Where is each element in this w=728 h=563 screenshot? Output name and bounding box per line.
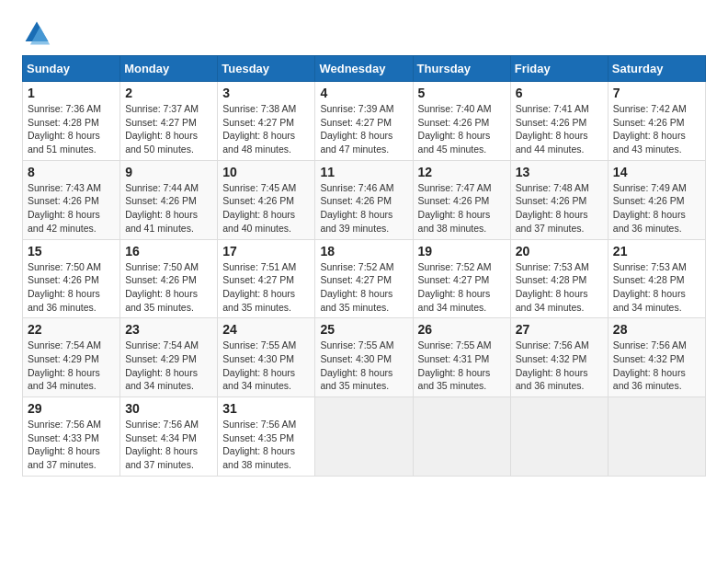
day-info: Sunrise: 7:51 AM Sunset: 4:27 PM Dayligh… <box>222 260 310 315</box>
calendar-cell: 18Sunrise: 7:52 AM Sunset: 4:27 PM Dayli… <box>315 239 413 318</box>
day-info: Sunrise: 7:47 AM Sunset: 4:26 PM Dayligh… <box>418 181 506 236</box>
day-info: Sunrise: 7:52 AM Sunset: 4:27 PM Dayligh… <box>320 260 407 315</box>
day-info: Sunrise: 7:40 AM Sunset: 4:26 PM Dayligh… <box>418 102 506 156</box>
weekday-thursday: Thursday <box>413 56 510 82</box>
day-info: Sunrise: 7:50 AM Sunset: 4:26 PM Dayligh… <box>125 260 212 315</box>
calendar-cell: 14Sunrise: 7:49 AM Sunset: 4:26 PM Dayli… <box>608 160 705 239</box>
day-info: Sunrise: 7:43 AM Sunset: 4:26 PM Dayligh… <box>28 181 115 236</box>
page-header <box>22 18 706 48</box>
day-number: 31 <box>222 401 310 416</box>
calendar-table: SundayMondayTuesdayWednesdayThursdayFrid… <box>22 55 706 477</box>
day-info: Sunrise: 7:45 AM Sunset: 4:26 PM Dayligh… <box>222 181 310 236</box>
day-number: 9 <box>125 165 212 179</box>
day-info: Sunrise: 7:56 AM Sunset: 4:32 PM Dayligh… <box>613 339 700 393</box>
day-number: 1 <box>28 86 115 100</box>
calendar-body: 1Sunrise: 7:36 AM Sunset: 4:28 PM Daylig… <box>23 82 706 477</box>
week-row-1: 1Sunrise: 7:36 AM Sunset: 4:28 PM Daylig… <box>23 82 706 161</box>
day-info: Sunrise: 7:53 AM Sunset: 4:28 PM Dayligh… <box>613 260 700 315</box>
day-info: Sunrise: 7:44 AM Sunset: 4:26 PM Dayligh… <box>125 181 212 236</box>
day-info: Sunrise: 7:52 AM Sunset: 4:27 PM Dayligh… <box>418 260 506 315</box>
day-number: 12 <box>418 165 506 179</box>
day-info: Sunrise: 7:54 AM Sunset: 4:29 PM Dayligh… <box>28 339 115 393</box>
day-number: 6 <box>516 86 603 100</box>
day-number: 10 <box>222 165 310 179</box>
calendar-cell: 3Sunrise: 7:38 AM Sunset: 4:27 PM Daylig… <box>218 82 315 161</box>
day-number: 13 <box>516 165 603 179</box>
calendar-cell: 10Sunrise: 7:45 AM Sunset: 4:26 PM Dayli… <box>218 160 315 239</box>
week-row-2: 8Sunrise: 7:43 AM Sunset: 4:26 PM Daylig… <box>23 160 706 239</box>
day-number: 11 <box>320 165 407 179</box>
day-info: Sunrise: 7:41 AM Sunset: 4:26 PM Dayligh… <box>516 102 603 156</box>
week-row-4: 22Sunrise: 7:54 AM Sunset: 4:29 PM Dayli… <box>23 318 706 397</box>
week-row-3: 15Sunrise: 7:50 AM Sunset: 4:26 PM Dayli… <box>23 239 706 318</box>
day-info: Sunrise: 7:55 AM Sunset: 4:30 PM Dayligh… <box>320 339 407 393</box>
day-info: Sunrise: 7:55 AM Sunset: 4:31 PM Dayligh… <box>418 339 506 393</box>
day-number: 2 <box>125 86 212 100</box>
weekday-monday: Monday <box>120 56 218 82</box>
day-info: Sunrise: 7:38 AM Sunset: 4:27 PM Dayligh… <box>222 102 310 156</box>
calendar-cell: 20Sunrise: 7:53 AM Sunset: 4:28 PM Dayli… <box>510 239 608 318</box>
day-number: 15 <box>28 244 115 259</box>
weekday-sunday: Sunday <box>23 56 120 82</box>
day-info: Sunrise: 7:56 AM Sunset: 4:35 PM Dayligh… <box>222 418 310 472</box>
calendar-cell: 9Sunrise: 7:44 AM Sunset: 4:26 PM Daylig… <box>120 160 218 239</box>
calendar-cell: 19Sunrise: 7:52 AM Sunset: 4:27 PM Dayli… <box>413 239 510 318</box>
calendar-cell: 27Sunrise: 7:56 AM Sunset: 4:32 PM Dayli… <box>510 318 608 397</box>
day-number: 17 <box>222 244 310 259</box>
calendar-cell: 2Sunrise: 7:37 AM Sunset: 4:27 PM Daylig… <box>120 82 218 161</box>
day-info: Sunrise: 7:49 AM Sunset: 4:26 PM Dayligh… <box>613 181 700 236</box>
calendar-cell: 8Sunrise: 7:43 AM Sunset: 4:26 PM Daylig… <box>23 160 120 239</box>
day-info: Sunrise: 7:50 AM Sunset: 4:26 PM Dayligh… <box>28 260 115 315</box>
calendar-cell: 29Sunrise: 7:56 AM Sunset: 4:33 PM Dayli… <box>23 397 120 477</box>
day-number: 30 <box>125 401 212 416</box>
day-number: 5 <box>418 86 506 100</box>
day-number: 4 <box>320 86 407 100</box>
week-row-5: 29Sunrise: 7:56 AM Sunset: 4:33 PM Dayli… <box>23 397 706 477</box>
day-number: 26 <box>418 322 506 337</box>
calendar-cell: 16Sunrise: 7:50 AM Sunset: 4:26 PM Dayli… <box>120 239 218 318</box>
day-number: 19 <box>418 244 506 259</box>
calendar-cell: 23Sunrise: 7:54 AM Sunset: 4:29 PM Dayli… <box>120 318 218 397</box>
day-number: 28 <box>613 322 700 337</box>
calendar-cell: 28Sunrise: 7:56 AM Sunset: 4:32 PM Dayli… <box>608 318 705 397</box>
calendar-cell: 22Sunrise: 7:54 AM Sunset: 4:29 PM Dayli… <box>23 318 120 397</box>
calendar-cell: 15Sunrise: 7:50 AM Sunset: 4:26 PM Dayli… <box>23 239 120 318</box>
day-info: Sunrise: 7:48 AM Sunset: 4:26 PM Dayligh… <box>516 181 603 236</box>
day-info: Sunrise: 7:56 AM Sunset: 4:32 PM Dayligh… <box>516 339 603 393</box>
calendar-cell: 30Sunrise: 7:56 AM Sunset: 4:34 PM Dayli… <box>120 397 218 477</box>
weekday-tuesday: Tuesday <box>218 56 315 82</box>
calendar-cell: 5Sunrise: 7:40 AM Sunset: 4:26 PM Daylig… <box>413 82 510 161</box>
day-number: 20 <box>516 244 603 259</box>
calendar-cell: 6Sunrise: 7:41 AM Sunset: 4:26 PM Daylig… <box>510 82 608 161</box>
day-info: Sunrise: 7:53 AM Sunset: 4:28 PM Dayligh… <box>516 260 603 315</box>
day-info: Sunrise: 7:37 AM Sunset: 4:27 PM Dayligh… <box>125 102 212 156</box>
day-info: Sunrise: 7:42 AM Sunset: 4:26 PM Dayligh… <box>613 102 700 156</box>
weekday-wednesday: Wednesday <box>315 56 413 82</box>
calendar-cell: 31Sunrise: 7:56 AM Sunset: 4:35 PM Dayli… <box>218 397 315 477</box>
calendar-cell: 25Sunrise: 7:55 AM Sunset: 4:30 PM Dayli… <box>315 318 413 397</box>
calendar-cell: 17Sunrise: 7:51 AM Sunset: 4:27 PM Dayli… <box>218 239 315 318</box>
day-number: 29 <box>28 401 115 416</box>
weekday-friday: Friday <box>510 56 608 82</box>
logo-icon <box>22 18 51 48</box>
calendar-cell <box>315 397 413 477</box>
calendar-cell: 7Sunrise: 7:42 AM Sunset: 4:26 PM Daylig… <box>608 82 705 161</box>
day-number: 27 <box>516 322 603 337</box>
day-number: 24 <box>222 322 310 337</box>
day-info: Sunrise: 7:36 AM Sunset: 4:28 PM Dayligh… <box>28 102 115 156</box>
calendar-cell: 4Sunrise: 7:39 AM Sunset: 4:27 PM Daylig… <box>315 82 413 161</box>
weekday-header-row: SundayMondayTuesdayWednesdayThursdayFrid… <box>23 56 706 82</box>
logo <box>22 18 55 48</box>
day-number: 3 <box>222 86 310 100</box>
day-info: Sunrise: 7:55 AM Sunset: 4:30 PM Dayligh… <box>222 339 310 393</box>
day-number: 7 <box>613 86 700 100</box>
day-number: 22 <box>28 322 115 337</box>
calendar-cell: 11Sunrise: 7:46 AM Sunset: 4:26 PM Dayli… <box>315 160 413 239</box>
day-number: 25 <box>320 322 407 337</box>
day-info: Sunrise: 7:56 AM Sunset: 4:33 PM Dayligh… <box>28 418 115 472</box>
calendar-cell: 12Sunrise: 7:47 AM Sunset: 4:26 PM Dayli… <box>413 160 510 239</box>
weekday-saturday: Saturday <box>608 56 705 82</box>
day-number: 8 <box>28 165 115 179</box>
day-info: Sunrise: 7:46 AM Sunset: 4:26 PM Dayligh… <box>320 181 407 236</box>
calendar-cell <box>413 397 510 477</box>
